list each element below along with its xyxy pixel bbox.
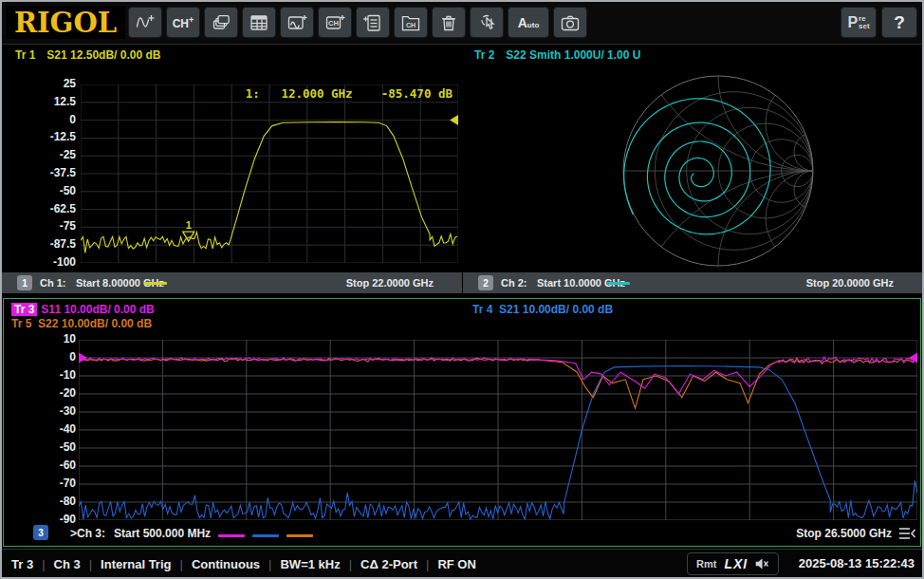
channel3-stop: Stop 26.5000 GHz [796, 527, 892, 540]
reference-level-arrow[interactable] [450, 115, 458, 125]
status-item: Continuous [192, 557, 260, 571]
y-axis-tick: -25 [19, 148, 76, 161]
grid [81, 84, 458, 263]
add-channel-button[interactable]: CH+ [166, 7, 200, 38]
y-axis-tick: 12.5 [19, 95, 76, 108]
instrument-screen: RIGOL CH+CHCHAuto P re set ? Tr 1S21 12.… [0, 0, 924, 579]
toolbar-buttons: CH+CHCHAuto [128, 7, 587, 38]
auto-scale-button[interactable]: Auto [508, 7, 549, 38]
y-axis-tick: -12.5 [19, 130, 76, 143]
tr5-s22-trace [79, 358, 915, 408]
reference-level-arrow[interactable] [79, 353, 87, 364]
add-trace-icon [135, 12, 156, 33]
screenshot-icon [560, 12, 581, 33]
trace3-active-chip: Tr 3 [11, 303, 37, 316]
remote-indicator: Rmt [696, 558, 716, 570]
meas-table-icon [249, 12, 269, 33]
grid [79, 340, 917, 520]
preset-button[interactable]: P re set [841, 7, 877, 38]
trace1-scale: 12.50dB/ 0.00 dB [70, 48, 160, 62]
y-axis-tick: 0 [19, 113, 76, 126]
trace3-scale: 10.00dB/ 0.00 dB [64, 303, 154, 316]
datetime-display: 2025-08-13 15:22:43 [799, 556, 915, 570]
channel3-start: Start 500.000 MHz [114, 527, 211, 540]
channel3-strip: 3 >Ch 3: Start 500.000 MHz Stop 26.5000 … [4, 523, 920, 544]
status-item: BW=1 kHz [280, 557, 340, 571]
status-separator: | [42, 557, 45, 571]
channel2-strip[interactable]: 2 Ch 2: Start 10.0000 GHz Stop 20.0000 G… [463, 272, 922, 293]
touch-button[interactable] [470, 7, 504, 38]
window-layout-icon [211, 12, 231, 33]
channel1-strip[interactable]: 1 Ch 1: Start 8.00000 GHz Stop 22.0000 G… [2, 272, 462, 293]
recall-channel-button[interactable]: CH [394, 7, 428, 38]
tr2-s22-trace [624, 99, 770, 234]
status-items: Tr 3|Ch 3|Internal Trig|Continuous|BW=1 … [11, 550, 476, 578]
ch3-plot[interactable] [79, 340, 917, 520]
trace4-scale: 10.00dB/ 0.00 dB [523, 303, 613, 316]
trace2-scale: 1.000U/ 1.00 U [564, 48, 641, 62]
trace5-param: S22 [38, 317, 58, 330]
meas-table-button[interactable] [242, 7, 276, 38]
trace4-header[interactable]: Tr 4 S21 10.00dB/ 0.00 dB [472, 303, 613, 316]
trace1-label: Tr 1 [15, 48, 35, 62]
smith-grid [623, 71, 818, 271]
channel2-badge[interactable]: 2 [478, 275, 493, 290]
save-trace-button[interactable] [356, 7, 390, 38]
trace2-label: Tr 2 [474, 48, 494, 62]
touch-icon [476, 12, 497, 33]
window-layout-button[interactable] [204, 7, 238, 38]
rigol-logo: RIGOL [6, 6, 125, 39]
status-item: CΔ 2-Port [360, 557, 417, 571]
channel-window-button[interactable]: CH [318, 7, 352, 38]
channel1-badge[interactable]: 1 [17, 275, 32, 290]
y-axis-tick: -87.5 [19, 237, 76, 251]
channel2-label: Ch 2: [501, 277, 527, 289]
trace-window-button[interactable] [280, 7, 314, 38]
y-axis-tick: -37.5 [19, 166, 76, 179]
trace5-header[interactable]: Tr 5 S22 10.00dB/ 0.00 dB [11, 317, 152, 330]
svg-text:CH: CH [328, 19, 339, 28]
marker1-symbol[interactable] [183, 232, 194, 241]
channel3-badge[interactable]: 3 [33, 525, 48, 540]
marker1-label: 1 [186, 219, 192, 231]
preset-label: P [847, 14, 858, 31]
status-item: Tr 3 [11, 557, 33, 571]
save-trace-icon [362, 12, 383, 33]
trace3-header[interactable]: Tr 3S11 10.00dB/ 0.00 dB [11, 303, 155, 316]
y-axis-tick: -75 [19, 219, 76, 233]
status-separator: | [89, 557, 92, 571]
status-bar: Tr 3|Ch 3|Internal Trig|Continuous|BW=1 … [2, 549, 922, 578]
speaker-muted-icon[interactable] [755, 558, 769, 570]
status-item: RF ON [437, 557, 475, 571]
status-item: Ch 3 [54, 557, 81, 571]
status-item: Internal Trig [101, 557, 171, 571]
help-button[interactable]: ? [881, 7, 917, 38]
channel2-stop: Stop 20.0000 GHz [806, 277, 894, 289]
channel1-stop: Stop 22.0000 GHz [346, 277, 434, 289]
trace4-param: S21 [499, 303, 519, 316]
remote-status-box: Rmt LXI [687, 552, 779, 575]
channel3-label: >Ch 3: [70, 527, 105, 540]
marker1-readout: 1: 12.000 GHz -85.470 dB [246, 86, 453, 101]
smith-chart-plot[interactable] [619, 71, 818, 271]
status-separator: | [349, 557, 352, 571]
trace2-header[interactable]: Tr 2S22 Smith 1.000U/ 1.00 U [474, 48, 640, 62]
trace1-color-swatch [144, 282, 167, 285]
delete-button[interactable] [432, 7, 466, 38]
trace5-color-swatch [286, 534, 313, 537]
trace2-param: S22 Smith [506, 48, 561, 62]
screenshot-button[interactable] [553, 7, 587, 38]
trace4-color-swatch [252, 534, 279, 537]
trace5-scale: 10.00dB/ 0.00 dB [62, 317, 152, 330]
trace1-header[interactable]: Tr 1S21 12.50dB/ 0.00 dB [15, 48, 160, 62]
svg-text:CH: CH [406, 21, 416, 28]
lxi-indicator: LXI [724, 556, 748, 571]
add-trace-button[interactable] [128, 7, 162, 38]
trace5-label: Tr 5 [11, 317, 31, 330]
channel-window-icon: CH [324, 12, 345, 33]
trace1-plot[interactable]: 11: 12.000 GHz -85.470 dB [81, 84, 458, 263]
trace-window-icon [286, 12, 307, 33]
trace3-param: S11 [41, 303, 61, 316]
menu-collapse-button[interactable] [897, 526, 916, 541]
status-separator: | [179, 557, 182, 571]
